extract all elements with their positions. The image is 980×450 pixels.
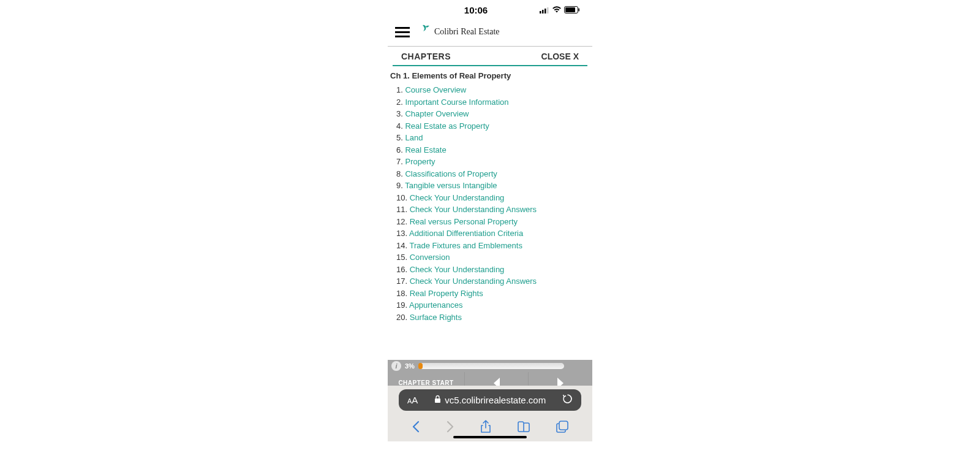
progress-percent: 3% bbox=[405, 362, 415, 370]
lesson-link[interactable]: Real versus Personal Property bbox=[410, 217, 518, 226]
lesson-number: 16. bbox=[396, 265, 410, 274]
list-item: 2. Important Course Information bbox=[390, 96, 590, 109]
lesson-number: 17. bbox=[396, 276, 410, 286]
lock-icon bbox=[434, 395, 441, 405]
lesson-number: 11. bbox=[396, 205, 410, 214]
lesson-link[interactable]: Important Course Information bbox=[405, 97, 508, 107]
app-header: Colibri Real Estate bbox=[388, 18, 592, 47]
svg-rect-3 bbox=[547, 7, 549, 13]
back-button[interactable] bbox=[412, 421, 420, 435]
battery-icon bbox=[564, 5, 580, 15]
lesson-link[interactable]: Chapter Overview bbox=[405, 109, 469, 118]
forward-button[interactable] bbox=[446, 421, 454, 435]
lesson-number: 12. bbox=[396, 217, 410, 226]
home-indicator[interactable] bbox=[453, 436, 527, 438]
reload-button[interactable] bbox=[562, 394, 573, 406]
lesson-number: 19. bbox=[396, 300, 409, 310]
list-item: 10. Check Your Understanding bbox=[390, 192, 590, 204]
close-button[interactable]: CLOSE X bbox=[541, 51, 579, 61]
lesson-link[interactable]: Conversion bbox=[410, 253, 450, 262]
list-item: 12. Real versus Personal Property bbox=[390, 216, 590, 228]
progress-fill bbox=[418, 363, 423, 369]
lesson-number: 5. bbox=[396, 133, 405, 142]
text-size-button[interactable]: AA bbox=[407, 395, 418, 405]
svg-rect-0 bbox=[540, 11, 541, 13]
list-item: 18. Real Property Rights bbox=[390, 288, 590, 300]
chapters-label: CHAPTERS bbox=[401, 51, 451, 61]
chapters-bar: CHAPTERS CLOSE X bbox=[393, 47, 587, 66]
lesson-number: 2. bbox=[396, 97, 405, 107]
brand-text: Colibri Real Estate bbox=[434, 27, 500, 37]
url-bar-container: AA vc5.colibrirealestate.com bbox=[388, 386, 592, 414]
cellular-icon bbox=[540, 5, 549, 15]
list-item: 11. Check Your Understanding Answers bbox=[390, 204, 590, 216]
lesson-link[interactable]: Check Your Understanding Answers bbox=[410, 276, 537, 286]
list-item: 8. Classifications of Property bbox=[390, 168, 590, 180]
progress-track[interactable] bbox=[418, 363, 564, 369]
lesson-number: 8. bbox=[396, 169, 405, 178]
lesson-number: 20. bbox=[396, 313, 410, 322]
lesson-number: 7. bbox=[396, 157, 405, 166]
list-item: 5. Land bbox=[390, 132, 590, 144]
lesson-number: 3. bbox=[396, 109, 405, 118]
lesson-link[interactable]: Classifications of Property bbox=[405, 169, 497, 178]
wifi-icon bbox=[552, 5, 562, 15]
brand-logo[interactable]: Colibri Real Estate bbox=[421, 24, 500, 40]
lesson-link[interactable]: Check Your Understanding Answers bbox=[410, 205, 537, 214]
lesson-number: 4. bbox=[396, 121, 405, 131]
lesson-number: 10. bbox=[396, 193, 410, 202]
url-bar[interactable]: AA vc5.colibrirealestate.com bbox=[399, 389, 581, 411]
svg-rect-5 bbox=[565, 7, 575, 12]
svg-rect-1 bbox=[542, 10, 544, 13]
lesson-link[interactable]: Land bbox=[405, 133, 423, 142]
lesson-number: 15. bbox=[396, 253, 410, 262]
lesson-link[interactable]: Check Your Understanding bbox=[410, 193, 505, 202]
lesson-link[interactable]: Real Estate as Property bbox=[405, 121, 489, 131]
list-item: 16. Check Your Understanding bbox=[390, 264, 590, 276]
lesson-link[interactable]: Check Your Understanding bbox=[410, 265, 505, 274]
list-item: 4. Real Estate as Property bbox=[390, 120, 590, 132]
chapter-title: Ch 1. Elements of Real Property bbox=[390, 71, 590, 80]
list-item: 7. Property bbox=[390, 156, 590, 168]
list-item: 20. Surface Rights bbox=[390, 311, 590, 323]
lesson-number: 14. bbox=[396, 241, 409, 250]
list-item: 13. Additional Differentiation Criteria bbox=[390, 227, 590, 240]
list-item: 19. Appurtenances bbox=[390, 299, 590, 311]
lesson-link[interactable]: Real Estate bbox=[405, 145, 446, 154]
url-text: vc5.colibrirealestate.com bbox=[445, 395, 546, 405]
menu-button[interactable] bbox=[395, 27, 410, 37]
list-item: 9. Tangible versus Intangible bbox=[390, 180, 590, 192]
svg-rect-8 bbox=[559, 421, 568, 430]
list-item: 3. Chapter Overview bbox=[390, 108, 590, 120]
lesson-link[interactable]: Appurtenances bbox=[409, 300, 462, 310]
lesson-number: 1. bbox=[396, 85, 405, 94]
list-item: 6. Real Estate bbox=[390, 144, 590, 156]
svg-rect-7 bbox=[435, 399, 440, 403]
lesson-number: 18. bbox=[396, 289, 410, 298]
list-item: 14. Trade Fixtures and Emblements bbox=[390, 240, 590, 252]
list-item: 1. Course Overview bbox=[390, 84, 590, 96]
list-item: 15. Conversion bbox=[390, 251, 590, 264]
lesson-link[interactable]: Surface Rights bbox=[410, 313, 462, 322]
lesson-link[interactable]: Additional Differentiation Criteria bbox=[409, 229, 523, 238]
lesson-list-container: Ch 1. Elements of Real Property 1. Cours… bbox=[388, 66, 592, 322]
lesson-number: 13. bbox=[396, 229, 409, 238]
bookmarks-button[interactable] bbox=[517, 421, 530, 435]
progress-bar-section: i 3% bbox=[388, 360, 592, 372]
svg-rect-6 bbox=[579, 9, 580, 12]
svg-rect-2 bbox=[545, 9, 546, 13]
lesson-link[interactable]: Tangible versus Intangible bbox=[405, 181, 497, 190]
lesson-link[interactable]: Property bbox=[405, 157, 435, 166]
lesson-number: 6. bbox=[396, 145, 405, 154]
lesson-link[interactable]: Real Property Rights bbox=[410, 289, 483, 298]
share-button[interactable] bbox=[480, 420, 491, 436]
list-item: 17. Check Your Understanding Answers bbox=[390, 275, 590, 288]
info-icon[interactable]: i bbox=[391, 361, 401, 371]
lesson-link[interactable]: Course Overview bbox=[405, 85, 466, 94]
hummingbird-icon bbox=[421, 24, 433, 40]
status-time: 10:06 bbox=[412, 5, 540, 15]
lesson-number: 9. bbox=[396, 181, 405, 190]
tabs-button[interactable] bbox=[556, 421, 568, 435]
lesson-link[interactable]: Trade Fixtures and Emblements bbox=[409, 241, 522, 250]
status-bar: 10:06 bbox=[388, 0, 592, 18]
